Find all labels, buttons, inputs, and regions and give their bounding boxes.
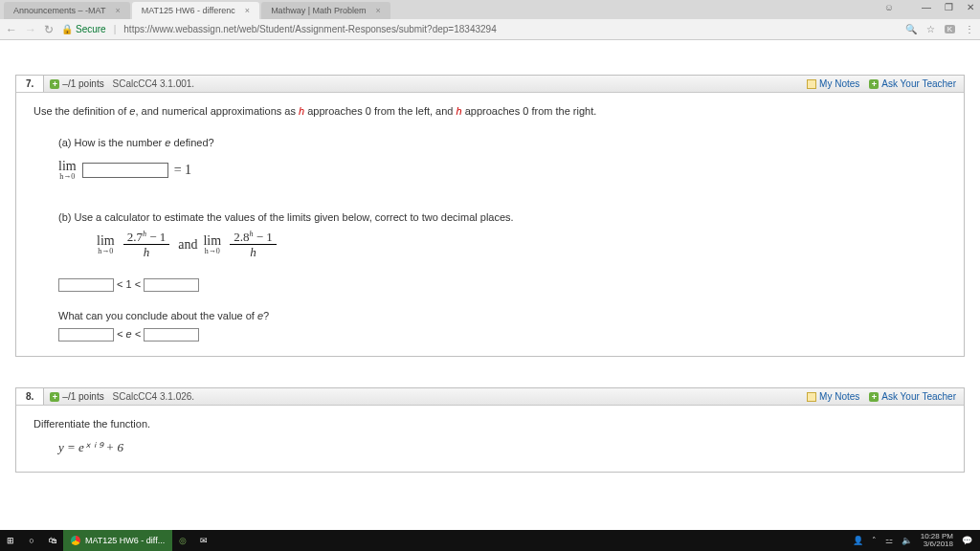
link-label: Ask Your Teacher	[881, 78, 956, 89]
store-icon[interactable]: 🛍	[42, 530, 63, 551]
start-icon[interactable]: ⊞	[0, 530, 21, 551]
text: 2.8	[234, 230, 249, 244]
tab-mathway[interactable]: Mathway | Math Problem×	[261, 2, 390, 19]
url-text[interactable]: https://www.webassign.net/web/Student/As…	[123, 24, 897, 34]
address-bar: ← → ↻ 🔒Secure | https://www.webassign.ne…	[0, 19, 980, 40]
fraction-27: 2.7h − 1 h	[123, 231, 170, 258]
minimize-icon[interactable]: —	[922, 2, 931, 12]
star-icon[interactable]: ☆	[926, 24, 935, 34]
answer-input-e2[interactable]	[144, 328, 199, 342]
tray-up-icon[interactable]: ˄	[872, 536, 877, 545]
text: approaches 0 from the right.	[462, 105, 597, 117]
forward-icon[interactable]: →	[25, 23, 36, 36]
points-label: –/1 points	[62, 391, 103, 402]
secure-label: Secure	[76, 24, 106, 34]
inequality-1: < 1 <	[58, 276, 947, 294]
lock-icon: 🔒	[61, 24, 73, 34]
text: h	[250, 245, 256, 258]
close-icon[interactable]: ×	[115, 6, 120, 15]
limit-symbol: limh→0	[97, 234, 115, 255]
ask-icon: +	[869, 79, 879, 89]
note-icon	[807, 392, 816, 402]
points-label: –/1 points	[62, 78, 103, 89]
question-intro: Use the definition of e, and numerical a…	[33, 102, 947, 121]
assignment-page: 7. + –/1 points SCalcCC4 3.1.001. My Not…	[0, 40, 980, 530]
part-b-label: (b) Use a calculator to estimate the val…	[58, 209, 947, 227]
answer-input-b1[interactable]	[58, 278, 114, 292]
chrome-taskbar-item[interactable]: MAT125 HW6 - diff...	[63, 530, 172, 551]
equals-one: = 1	[174, 159, 191, 182]
text: h→0	[205, 248, 220, 255]
question-points[interactable]: + –/1 points SCalcCC4 3.1.001.	[44, 76, 200, 92]
text: 2.7	[127, 230, 143, 244]
maximize-icon[interactable]: ❐	[945, 2, 953, 12]
text: − 1	[253, 230, 272, 244]
answer-input-b2[interactable]	[144, 278, 199, 292]
lt-text: < 1 <	[117, 278, 144, 290]
answer-input-e1[interactable]	[58, 328, 114, 342]
question-number: 8.	[16, 388, 44, 405]
question-body: Use the definition of e, and numerical a…	[16, 93, 964, 356]
text: lim	[97, 234, 115, 248]
ask-teacher-link[interactable]: +Ask Your Teacher	[869, 78, 956, 89]
link-label: My Notes	[819, 78, 859, 89]
question-header: 8. + –/1 points SCalcCC4 3.1.026. My Not…	[16, 388, 964, 406]
my-notes-link[interactable]: My Notes	[807, 391, 859, 402]
text: lim	[58, 160, 77, 173]
text: defined?	[170, 137, 213, 148]
text: approaches 0 from the left, and	[304, 105, 456, 117]
text: h→0	[98, 248, 113, 255]
menu-icon[interactable]: ⋮	[965, 24, 974, 34]
clock[interactable]: 10:28 PM 3/6/2018	[921, 533, 953, 548]
expand-icon[interactable]: +	[50, 79, 59, 89]
notifications-icon[interactable]: 💬	[962, 536, 972, 545]
close-window-icon[interactable]: ✕	[967, 2, 974, 12]
tab-label: MAT125 HW6 - differenc	[142, 6, 235, 15]
fraction-28: 2.8h − 1 h	[230, 231, 277, 258]
chrome-icon	[71, 536, 80, 545]
reload-icon[interactable]: ↻	[44, 23, 54, 36]
text: − 1	[146, 230, 166, 244]
ask-icon: +	[869, 392, 879, 402]
tab-webassign[interactable]: MAT125 HW6 - differenc×	[132, 2, 259, 19]
limit-symbol: limh→0	[58, 160, 77, 181]
question-body: Differentiate the function. y = eˣ ⁱ ⁹ +…	[16, 406, 964, 472]
text: ?	[263, 310, 269, 321]
part-a: (a) How is the number e defined? limh→0 …	[58, 134, 947, 182]
limit-symbol: limh→0	[203, 234, 221, 255]
expand-icon[interactable]: +	[50, 392, 59, 402]
back-icon[interactable]: ←	[6, 23, 17, 36]
wifi-icon[interactable]: ⚍	[885, 536, 893, 545]
text: Use the definition of	[33, 105, 129, 117]
mail-icon[interactable]: ✉	[193, 530, 214, 551]
note-icon	[807, 79, 816, 89]
tab-announcements[interactable]: Announcements – -MAT×	[4, 2, 130, 19]
question-number: 7.	[16, 76, 44, 92]
volume-icon[interactable]: 🔈	[902, 536, 912, 545]
zoom-icon[interactable]: 🔍	[905, 24, 917, 34]
inequality-e: < e <	[58, 325, 947, 343]
cortana-icon[interactable]: ○	[21, 530, 42, 551]
tab-strip: Announcements – -MAT× MAT125 HW6 - diffe…	[0, 0, 980, 19]
secure-badge: 🔒Secure	[61, 24, 106, 34]
equation: y = eˣ ⁱ ⁹ + 6	[58, 437, 947, 458]
people-icon[interactable]: 👤	[853, 536, 863, 545]
tab-label: Announcements – -MAT	[13, 6, 105, 15]
extension-icon[interactable]: K	[945, 25, 955, 33]
user-icon[interactable]: ☺	[884, 2, 894, 12]
text: , and numerical approximations as	[135, 105, 299, 117]
question-points[interactable]: + –/1 points SCalcCC4 3.1.026.	[44, 388, 200, 405]
close-icon[interactable]: ×	[376, 6, 381, 15]
close-icon[interactable]: ×	[245, 6, 250, 15]
part-b: (b) Use a calculator to estimate the val…	[58, 209, 947, 342]
ask-teacher-link[interactable]: +Ask Your Teacher	[869, 391, 956, 402]
my-notes-link[interactable]: My Notes	[807, 78, 859, 89]
task-app-icon[interactable]: ◎	[172, 530, 193, 551]
date: 3/6/2018	[921, 540, 953, 548]
question-ref: SCalcCC4 3.1.026.	[113, 391, 195, 402]
question-ref: SCalcCC4 3.1.001.	[113, 78, 195, 89]
answer-input-a[interactable]	[82, 163, 168, 178]
tab-label: Mathway | Math Problem	[271, 6, 366, 15]
text: h→0	[59, 173, 75, 181]
link-label: Ask Your Teacher	[881, 391, 956, 402]
